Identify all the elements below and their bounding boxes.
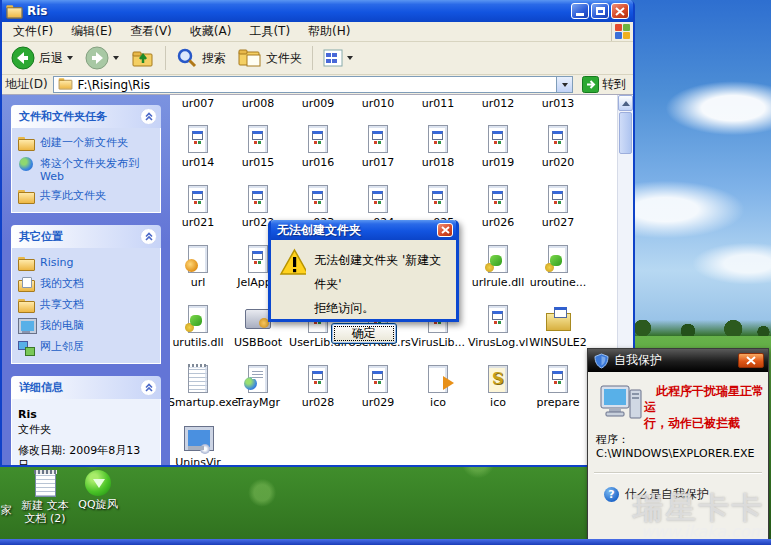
error-dialog-close-button[interactable] <box>437 223 453 237</box>
place-link[interactable]: 我的文档 <box>18 277 154 292</box>
menu-item[interactable]: 查看(V) <box>121 23 181 40</box>
desktop-icon-qq-xuanfeng[interactable]: QQ旋风 <box>72 470 124 511</box>
desktop-icon-new-text-document[interactable]: 新建 文本文档 (2) <box>16 471 74 525</box>
file-label: ur019 <box>468 156 528 169</box>
file-item[interactable]: ur017 <box>348 124 408 169</box>
file-item[interactable]: TrayMgr <box>228 364 288 409</box>
file-item[interactable]: ur027 <box>528 184 588 229</box>
go-button[interactable]: 转到 <box>578 76 630 93</box>
file-icon <box>243 184 273 214</box>
error-dialog-titlebar[interactable]: 无法创建文件夹 <box>271 220 456 240</box>
address-dropdown-button[interactable] <box>556 77 572 92</box>
menu-item[interactable]: 文件(F) <box>4 23 62 40</box>
folders-icon <box>238 48 262 68</box>
minimize-button[interactable] <box>571 3 589 19</box>
views-grid-icon <box>323 49 343 67</box>
file-item[interactable]: uroutine... <box>528 244 588 289</box>
file-item[interactable]: ur009 <box>288 95 348 110</box>
panel-title: 其它位置 <box>19 229 140 244</box>
panel-other-places-header[interactable]: 其它位置 <box>11 225 161 248</box>
file-icon <box>543 184 573 214</box>
views-button[interactable] <box>318 47 358 69</box>
file-item[interactable]: ur010 <box>348 95 408 110</box>
file-item[interactable]: ur012 <box>468 95 528 110</box>
menu-item[interactable]: 编辑(E) <box>62 23 121 40</box>
chevron-up-icon[interactable] <box>140 108 157 125</box>
file-item[interactable]: ur014 <box>170 124 228 169</box>
file-icon <box>243 364 273 394</box>
close-button[interactable] <box>611 3 629 19</box>
file-item[interactable]: prepare <box>528 364 588 409</box>
task-icon <box>18 157 35 172</box>
menu-bar: 文件(F)编辑(E)查看(V)收藏(A)工具(T)帮助(H) <box>2 22 633 42</box>
desktop-icon-label-fragment[interactable]: 家 <box>1 503 12 518</box>
rising-help-link[interactable]: ? 什么是自我保护 <box>604 486 709 503</box>
place-label: 我的文档 <box>40 277 84 290</box>
file-item[interactable]: VirusLog.vl <box>468 304 528 349</box>
file-icon <box>363 364 393 394</box>
scrollbar-thumb[interactable] <box>619 112 632 154</box>
file-item[interactable]: ur026 <box>468 184 528 229</box>
ok-button[interactable]: 确定 <box>331 323 397 344</box>
up-button[interactable] <box>126 45 160 71</box>
file-label: ur012 <box>468 97 528 110</box>
file-icon <box>483 244 513 274</box>
address-folder-icon <box>58 78 72 90</box>
file-item[interactable]: ur018 <box>408 124 468 169</box>
menu-item[interactable]: 帮助(H) <box>299 23 359 40</box>
file-item[interactable]: ur020 <box>528 124 588 169</box>
details-modified: 修改日期: 2009年8月13日, <box>18 443 154 465</box>
file-item[interactable]: ur016 <box>288 124 348 169</box>
file-item[interactable]: ur019 <box>468 124 528 169</box>
rising-dialog-titlebar[interactable]: 自我保护 <box>588 349 768 372</box>
file-item[interactable]: ur029 <box>348 364 408 409</box>
place-link[interactable]: 共享文档 <box>18 298 154 313</box>
search-label: 搜索 <box>202 50 226 67</box>
forward-button[interactable] <box>80 44 124 72</box>
file-item[interactable]: ur008 <box>228 95 288 110</box>
file-item[interactable]: ico <box>468 364 528 409</box>
panel-file-tasks-header[interactable]: 文件和文件夹任务 <box>11 105 161 128</box>
file-item[interactable]: Smartup.exe <box>170 364 228 409</box>
folders-button[interactable]: 文件夹 <box>233 46 307 70</box>
file-item[interactable]: url <box>170 244 228 289</box>
rising-dialog-title: 自我保护 <box>614 352 733 369</box>
file-label: ur017 <box>348 156 408 169</box>
file-item[interactable]: ur021 <box>170 184 228 229</box>
chevron-up-icon[interactable] <box>140 379 157 396</box>
file-item[interactable]: ur013 <box>528 95 588 110</box>
file-item[interactable]: ur015 <box>228 124 288 169</box>
search-icon <box>176 47 198 69</box>
address-input[interactable]: F:\Rising\Ris <box>53 76 573 93</box>
file-item[interactable]: urutils.dll <box>170 304 228 349</box>
file-item[interactable]: ur011 <box>408 95 468 110</box>
up-folder-icon <box>131 47 155 69</box>
back-button[interactable]: 后退 <box>6 44 78 72</box>
file-item[interactable]: ur007 <box>170 95 228 110</box>
search-button[interactable]: 搜索 <box>171 45 231 71</box>
file-label: ur011 <box>408 97 468 110</box>
file-item[interactable]: UninsVir <box>170 424 228 465</box>
scroll-up-button[interactable] <box>618 95 633 111</box>
menu-item[interactable]: 工具(T) <box>240 23 299 40</box>
file-label: ur018 <box>408 156 468 169</box>
place-link[interactable]: 网上邻居 <box>18 340 154 355</box>
shield-icon <box>594 353 609 369</box>
rising-close-button[interactable] <box>738 353 764 368</box>
file-item[interactable]: WINSULE2 <box>528 304 588 349</box>
task-link[interactable]: 创建一个新文件夹 <box>18 136 154 151</box>
task-link[interactable]: 共享此文件夹 <box>18 189 154 204</box>
menu-item[interactable]: 收藏(A) <box>181 23 241 40</box>
panel-details-header[interactable]: 详细信息 <box>11 376 161 399</box>
file-item[interactable]: ur028 <box>288 364 348 409</box>
file-item[interactable]: ico <box>408 364 468 409</box>
maximize-button[interactable] <box>591 3 609 19</box>
place-link[interactable]: 我的电脑 <box>18 319 154 334</box>
file-item[interactable]: urlrule.dll <box>468 244 528 289</box>
chevron-up-icon[interactable] <box>140 228 157 245</box>
rising-protection-dialog: 自我保护 此程序干扰瑞星正常运 行，动作已被拦截 程序： C:\WINDO <box>587 348 769 545</box>
title-bar[interactable]: Ris <box>2 0 633 22</box>
task-link[interactable]: 将这个文件夹发布到 Web <box>18 157 154 183</box>
file-label: ur013 <box>528 97 588 110</box>
place-link[interactable]: Rising <box>18 256 154 271</box>
